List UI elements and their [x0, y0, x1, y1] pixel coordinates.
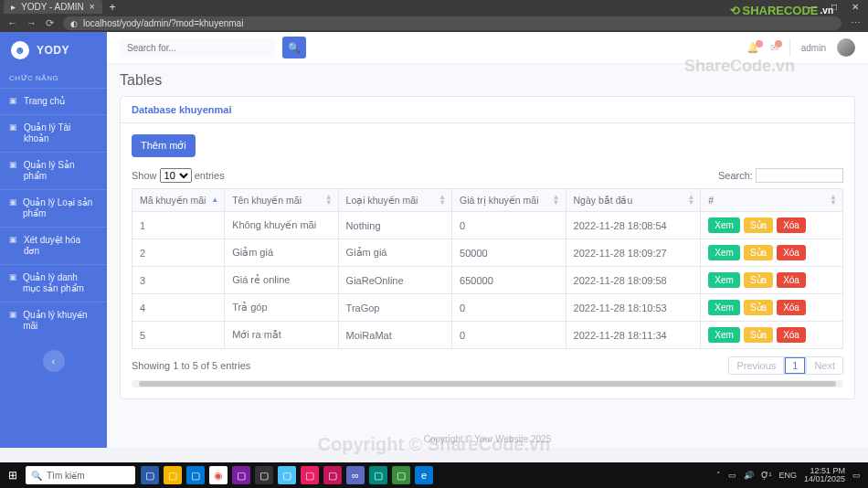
add-button[interactable]: Thêm mới: [132, 134, 196, 157]
taskbar-edge-icon[interactable]: e: [415, 466, 433, 484]
datatable-info: Showing 1 to 5 of 5 entries: [132, 360, 250, 371]
horizontal-scrollbar[interactable]: [132, 380, 843, 387]
sidebar-item-categories[interactable]: ▣Quản lý danh mục sản phẩm: [0, 264, 107, 302]
taskbar-search[interactable]: 🔍 Tìm kiếm: [26, 466, 135, 484]
taskbar-app-icon[interactable]: ▢: [186, 466, 205, 484]
taskbar-app-icon[interactable]: ▢: [141, 466, 159, 484]
nav-back-icon[interactable]: ←: [7, 17, 17, 28]
sidebar-collapse-button[interactable]: ‹: [43, 350, 65, 372]
sidebar-item-product-types[interactable]: ▣Quản lý Loại sản phẩm: [0, 189, 107, 227]
col-name[interactable]: Tên khuyến mãi▲▼: [225, 189, 338, 212]
cell-actions: XemSửaXóa: [701, 239, 843, 267]
sort-icon: ▲▼: [439, 195, 446, 206]
tray-ime[interactable]: Ợ¹: [761, 471, 771, 480]
browser-tab[interactable]: ▸ YODY - ADMIN ×: [4, 0, 102, 14]
browser-menu-icon[interactable]: ⋯: [851, 17, 861, 29]
taskbar-app-icon[interactable]: ▢: [255, 466, 273, 484]
sidebar-item-home[interactable]: ▣Trang chủ: [0, 88, 107, 114]
length-control: Show 10 entries: [132, 168, 225, 183]
taskbar-app-icon[interactable]: ▢: [323, 466, 342, 484]
sidebar-item-invoices[interactable]: ▣Xét duyệt hóa đơn: [0, 227, 107, 264]
sidebar-item-accounts[interactable]: ▣Quản lý Tài khoản: [0, 114, 107, 152]
cell-actions: XemSửaXóa: [701, 212, 843, 239]
new-tab-button[interactable]: +: [110, 1, 116, 14]
tray-action-center-icon[interactable]: ▭: [852, 471, 861, 480]
brand[interactable]: ☻ YODY: [0, 32, 107, 69]
col-id[interactable]: Mã khuyến mãi▲: [132, 189, 225, 212]
sort-icon: ▲▼: [830, 195, 837, 206]
site-info-icon[interactable]: [70, 18, 78, 28]
avatar[interactable]: [837, 38, 855, 57]
delete-button[interactable]: Xóa: [777, 300, 806, 315]
table-row: 1Không khuyến mãiNothing02022-11-28 18:0…: [132, 212, 843, 239]
view-button[interactable]: Xem: [708, 327, 740, 343]
length-select[interactable]: 10: [160, 168, 192, 183]
taskbar-chrome-icon[interactable]: ◉: [209, 466, 228, 484]
page-1[interactable]: 1: [784, 356, 806, 375]
cell-id: 2: [132, 239, 225, 267]
col-type[interactable]: Loại khuyến mãi▲▼: [338, 189, 451, 212]
pagination: Previous 1 Next: [728, 356, 843, 375]
search-control: Search:: [718, 168, 843, 183]
sidebar-item-promotions[interactable]: ▣Quản lý khuyến mãi: [0, 302, 107, 339]
notifications-icon[interactable]: 🔔: [746, 42, 759, 54]
tab-favicon: ▸: [11, 2, 16, 12]
col-actions[interactable]: #▲▼: [701, 189, 843, 212]
edit-button[interactable]: Sửa: [744, 272, 773, 288]
taskbar-app-icon[interactable]: ▢: [369, 466, 387, 484]
tray-lang[interactable]: ENG: [778, 471, 797, 480]
taskbar-app-icon[interactable]: ▢: [392, 466, 410, 484]
cell-value: 50000: [452, 239, 566, 267]
window-close-icon[interactable]: ✕: [852, 2, 859, 12]
cell-start: 2022-11-28 18:11:34: [566, 322, 701, 349]
page-next[interactable]: Next: [806, 356, 843, 375]
edit-button[interactable]: Sửa: [744, 245, 773, 260]
cell-type: GiaReOnline: [338, 267, 451, 294]
delete-button[interactable]: Xóa: [777, 217, 806, 233]
datatable-search-input[interactable]: [756, 168, 843, 183]
delete-button[interactable]: Xóa: [777, 327, 806, 343]
nav-forward-icon[interactable]: →: [26, 17, 37, 28]
address-bar[interactable]: localhost/yody/admin/?mod=khuyenmai: [63, 16, 842, 30]
sidebar-item-products[interactable]: ▣Quản lý Sản phẩm: [0, 152, 107, 189]
percent-icon: ▣: [9, 310, 17, 320]
edit-button[interactable]: Sửa: [744, 300, 773, 315]
tab-close-icon[interactable]: ×: [90, 2, 95, 12]
tray-chevron-up-icon[interactable]: ˄: [716, 471, 721, 480]
start-button[interactable]: ⊞: [0, 462, 26, 488]
cell-name: Giá rẻ online: [225, 267, 338, 294]
tray-network-icon[interactable]: ▭: [728, 471, 736, 480]
tray-clock[interactable]: 12:51 PM 14/01/2025: [804, 467, 845, 483]
search-input[interactable]: [120, 38, 275, 58]
edit-button[interactable]: Sửa: [744, 217, 773, 233]
windows-taskbar: ⊞ 🔍 Tìm kiếm ▢ ▢ ▢ ◉ ▢ ▢ ▢ ▢ ▢ ∞ ▢ ▢ e ˄…: [0, 462, 868, 488]
taskbar-app-icon[interactable]: ▢: [278, 466, 296, 484]
taskbar-vs-icon[interactable]: ∞: [346, 466, 365, 484]
edit-button[interactable]: Sửa: [744, 327, 773, 343]
delete-button[interactable]: Xóa: [777, 245, 806, 260]
sidebar-item-label: Quản lý Tài khoản: [24, 122, 98, 144]
page-previous[interactable]: Previous: [728, 356, 784, 375]
col-start[interactable]: Ngày bắt đầu▲▼: [566, 189, 701, 212]
search-button[interactable]: 🔍: [282, 37, 306, 58]
topbar-username[interactable]: admin: [801, 43, 826, 53]
tray-volume-icon[interactable]: 🔊: [744, 471, 754, 480]
taskbar-app-icon[interactable]: ▢: [301, 466, 319, 484]
view-button[interactable]: Xem: [708, 217, 740, 233]
watermark-bottom: Copyright © ShareCode.vn: [318, 434, 551, 455]
taskbar-app-icon[interactable]: ▢: [164, 466, 182, 484]
taskbar-app-icon[interactable]: ▢: [232, 466, 250, 484]
sort-icon: ▲▼: [553, 195, 560, 206]
nav-refresh-icon[interactable]: ⟳: [46, 17, 54, 29]
messages-icon[interactable]: ✉: [770, 42, 778, 54]
length-post: entries: [195, 170, 225, 181]
cell-value: 650000: [452, 267, 566, 294]
col-value[interactable]: Giá trị khuyến mãi▲▼: [452, 189, 566, 212]
delete-button[interactable]: Xóa: [777, 272, 806, 288]
datatable: Mã khuyến mãi▲ Tên khuyến mãi▲▼ Loại khu…: [132, 188, 843, 349]
view-button[interactable]: Xem: [708, 272, 740, 288]
view-button[interactable]: Xem: [708, 245, 740, 260]
cell-type: MoiRaMat: [338, 322, 451, 349]
cell-name: Không khuyến mãi: [225, 212, 338, 239]
view-button[interactable]: Xem: [708, 300, 740, 315]
